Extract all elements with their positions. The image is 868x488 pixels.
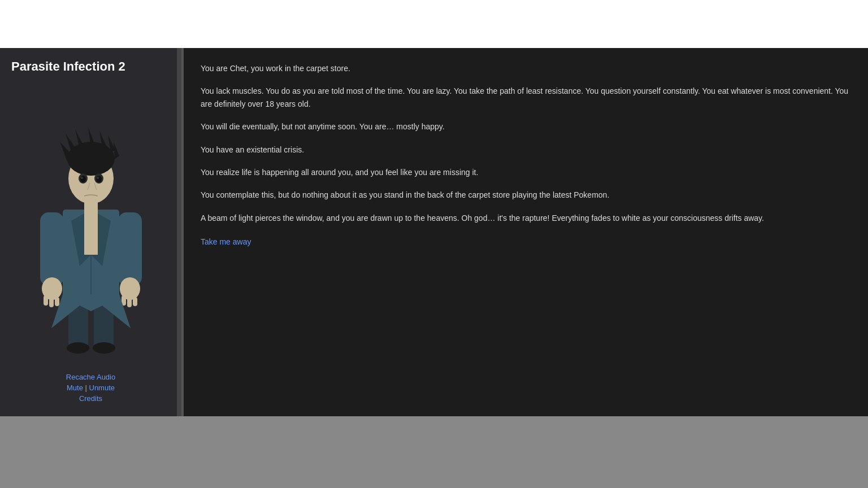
- svg-point-19: [97, 177, 99, 179]
- svg-rect-24: [40, 212, 64, 286]
- paragraph-6: You contemplate this, but do nothing abo…: [201, 189, 851, 201]
- main-container: Parasite Infection 2: [0, 48, 868, 416]
- separator: |: [85, 384, 89, 392]
- character-area: [18, 80, 164, 362]
- paragraph-4: You have an existential crisis.: [201, 143, 851, 156]
- paragraph-3: You will die eventually, but not anytime…: [201, 120, 851, 133]
- left-panel: Parasite Infection 2: [0, 48, 184, 416]
- right-panel: You are Chet, you work in the carpet sto…: [184, 48, 868, 416]
- svg-rect-32: [127, 297, 132, 307]
- svg-rect-28: [44, 295, 48, 306]
- svg-rect-29: [49, 297, 54, 307]
- paragraph-5: You realize life is happening all around…: [201, 166, 851, 178]
- svg-marker-39: [51, 294, 131, 328]
- scrollbar[interactable]: [177, 48, 181, 416]
- svg-point-37: [93, 342, 115, 354]
- svg-marker-8: [66, 133, 77, 152]
- paragraph-7: A beam of light pierces the window, and …: [201, 212, 851, 224]
- unmute-link[interactable]: Unmute: [89, 384, 115, 392]
- svg-rect-33: [133, 297, 137, 306]
- game-title: Parasite Infection 2: [0, 48, 134, 80]
- bottom-bar: [0, 416, 868, 439]
- svg-point-17: [96, 176, 102, 182]
- svg-point-16: [80, 176, 86, 182]
- svg-rect-3: [84, 210, 98, 255]
- paragraph-2: You lack muscles. You do as you are told…: [201, 85, 851, 110]
- mute-link[interactable]: Mute: [67, 384, 83, 392]
- recache-audio-link[interactable]: Recache Audio: [11, 373, 170, 381]
- mute-unmute-line: Mute | Unmute: [11, 384, 170, 392]
- svg-rect-5: [84, 198, 98, 212]
- svg-rect-25: [118, 212, 142, 286]
- paragraph-1: You are Chet, you work in the carpet sto…: [201, 62, 851, 75]
- svg-point-36: [67, 342, 89, 354]
- svg-rect-30: [55, 297, 59, 306]
- take-me-away-link[interactable]: Take me away: [201, 237, 251, 246]
- svg-point-18: [81, 177, 83, 179]
- credits-link[interactable]: Credits: [11, 394, 170, 403]
- character-illustration: [23, 85, 159, 356]
- browser-bar: [0, 0, 868, 48]
- bottom-controls: Recache Audio Mute | Unmute Credits: [0, 362, 181, 416]
